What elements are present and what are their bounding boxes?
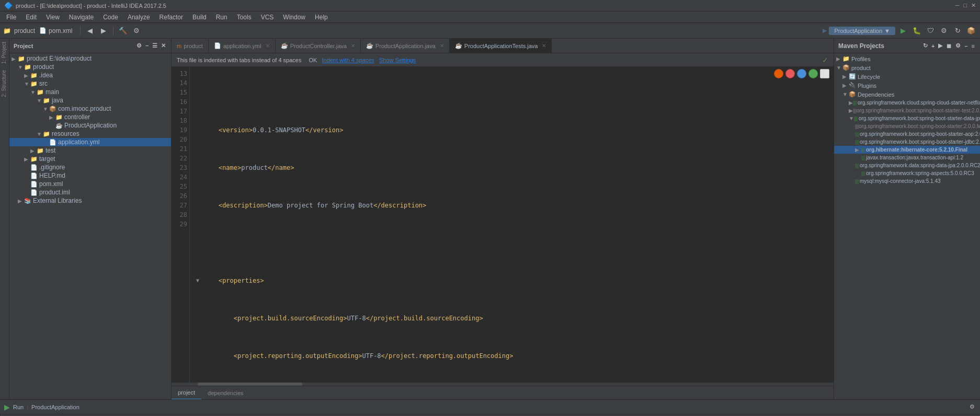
menu-vcs[interactable]: VCS (257, 13, 278, 22)
minimize-button[interactable]: ─ (955, 2, 960, 9)
browser3-icon[interactable] (797, 69, 806, 78)
maven-dep-jdbc[interactable]: ||| org.springframework.boot:spring-boot… (834, 138, 980, 146)
maven-plugins[interactable]: ▶ 🔌 Plugins (834, 81, 980, 90)
maven-collapse-icon[interactable]: – (963, 42, 968, 50)
tree-item-main[interactable]: ▼ 📁 main (9, 88, 171, 96)
tree-item-product-iml[interactable]: 📄 product.iml (9, 188, 171, 197)
firefox-icon[interactable] (774, 69, 783, 78)
maven-dep-starter-dup[interactable]: ||| org.springframework.boot:spring-boot… (834, 122, 980, 130)
menu-view[interactable]: View (42, 13, 64, 22)
menu-file[interactable]: File (2, 13, 20, 22)
maven-icon[interactable]: 📦 (965, 25, 977, 37)
tree-item-src[interactable]: ▼ 📁 src (9, 79, 171, 88)
tab-product-application[interactable]: ☕ ProductApplication.java ✕ (361, 39, 450, 53)
coverage-icon[interactable]: 🛡 (925, 25, 936, 37)
tab-close[interactable]: ✕ (440, 43, 444, 49)
maximize-button[interactable]: □ (963, 2, 967, 9)
back-icon[interactable]: ◀ (84, 25, 96, 37)
menu-navigate[interactable]: Navigate (65, 13, 98, 22)
indent-link[interactable]: Indent with 4 spaces (322, 57, 374, 63)
tab-close[interactable]: ✕ (266, 43, 270, 49)
tree-item-pom[interactable]: 📄 pom.xml (9, 180, 171, 188)
menu-code[interactable]: Code (99, 13, 122, 22)
maven-dep-eureka[interactable]: ▶ ||| org.springframework.cloud:spring-c… (834, 99, 980, 107)
tree-item-target[interactable]: ▶ 📁 target (9, 155, 171, 163)
app-dropdown[interactable]: ProductApplication ▼ (829, 27, 895, 35)
tab-close[interactable]: ✕ (351, 43, 355, 49)
maven-refresh-icon[interactable]: ↻ (922, 42, 929, 50)
run-settings-icon[interactable]: ⚙ (968, 403, 976, 410)
refresh-icon[interactable]: ↻ (952, 25, 963, 37)
close-button[interactable]: ✕ (971, 2, 976, 9)
browser4-icon[interactable] (808, 69, 818, 78)
maven-stop-icon[interactable]: ⏹ (945, 42, 953, 50)
tree-item-app-yml[interactable]: 📄 application.yml (9, 138, 171, 146)
maven-dep-aop[interactable]: ||| org.springframework.boot:spring-boot… (834, 130, 980, 138)
bottom-tab-project[interactable]: project (172, 386, 201, 400)
run-config-icon[interactable]: ⚙ (131, 25, 142, 37)
notification-close[interactable]: ✓ (822, 56, 828, 64)
tree-item-product-app[interactable]: ☕ ProductApplication (9, 121, 171, 130)
tree-item-resources[interactable]: ▼ 📁 resources (9, 130, 171, 138)
settings-link[interactable]: Show Settings (379, 57, 416, 63)
maven-profiles[interactable]: ▶ 📁 Profiles (834, 54, 980, 63)
sync-icon[interactable]: ⚙ (135, 42, 143, 50)
tab-close[interactable]: ✕ (542, 43, 546, 49)
tree-item-idea[interactable]: ▶ 📁 .idea (9, 71, 171, 79)
menu-refactor[interactable]: Refactor (155, 13, 187, 22)
maven-dep-hibernate[interactable]: ▶ ||| org.hibernate:hibernate-core:5.2.1… (834, 146, 980, 154)
tree-item-product[interactable]: ▼ 📁 product (9, 63, 171, 71)
tab-product[interactable]: m product (172, 39, 209, 53)
project-label[interactable]: 1: Project (0, 39, 9, 67)
menu-edit[interactable]: Edit (21, 13, 41, 22)
build-icon[interactable]: 🔨 (117, 25, 129, 37)
menu-analyze[interactable]: Analyze (123, 13, 154, 22)
collapse-icon[interactable]: – (144, 42, 150, 50)
maven-dep-spring-aspects[interactable]: ||| org.springframework:spring-aspects:5… (834, 169, 980, 177)
tree-item-com-imooc[interactable]: ▼ 📦 com.imooc.product (9, 105, 171, 113)
maven-more-icon[interactable]: ≡ (971, 42, 976, 50)
maven-run-icon[interactable]: ▶ (937, 42, 943, 50)
close-panel-icon[interactable]: ✕ (160, 42, 167, 50)
browser5-icon[interactable] (820, 69, 829, 78)
structure-label[interactable]: 2: Structure (0, 67, 9, 100)
arrow: ▶ (842, 74, 849, 79)
menu-help[interactable]: Help (311, 13, 332, 22)
toolbar-project-label[interactable]: product (14, 27, 35, 34)
ok-link[interactable]: OK (309, 57, 317, 63)
bottom-tab-dependencies[interactable]: dependencies (201, 386, 250, 400)
tree-item-java[interactable]: ▼ 📁 java (9, 96, 171, 105)
settings-icon[interactable]: ⚙ (938, 25, 950, 37)
tab-product-app-tests[interactable]: ☕ ProductApplicationTests.java ✕ (450, 39, 552, 53)
tree-item-external-libs[interactable]: ▶ 📚 External Libraries (9, 197, 171, 205)
tree-item-help[interactable]: 📄 HELP.md (9, 171, 171, 180)
menu-build[interactable]: Build (188, 13, 211, 22)
maven-product[interactable]: ▼ 📦 product (834, 63, 980, 72)
menu-run[interactable]: Run (212, 13, 232, 22)
maven-dep-data-jpa[interactable]: ▼ ||| org.springframework.boot:spring-bo… (834, 114, 980, 122)
maven-lifecycle[interactable]: ▶ 🔄 Lifecycle (834, 72, 980, 81)
tree-item-gitignore[interactable]: 📄 .gitignore (9, 163, 171, 171)
dropdown-arrow: ▼ (884, 28, 890, 34)
maven-dep-test[interactable]: ▶ ||| org.springframework.boot:spring-bo… (834, 107, 980, 114)
tab-product-controller[interactable]: ☕ ProductController.java ✕ (276, 39, 361, 53)
maven-dep-mysql[interactable]: ||| mysql:mysql-connector-java:5.1.43 (834, 177, 980, 185)
tree-item-controller[interactable]: ▶ 📁 controller (9, 113, 171, 121)
code-text[interactable]: <version>0.0.1-SNAPSHOT</version> <name>… (190, 67, 834, 383)
debug-icon[interactable]: 🐛 (911, 25, 922, 37)
settings-panel-icon[interactable]: ☰ (151, 42, 158, 50)
maven-dep-transaction[interactable]: ||| javax.transaction:javax.transaction-… (834, 154, 980, 161)
maven-add-icon[interactable]: + (930, 42, 936, 50)
toolbar-pom-label[interactable]: pom.xml (49, 27, 72, 34)
tree-item-test[interactable]: ▶ 📁 test (9, 146, 171, 155)
tree-item-product-root[interactable]: ▶ 📁 product E:\idea\product (9, 54, 171, 63)
maven-dep-spring-data-jpa[interactable]: ||| org.springframework.data:spring-data… (834, 161, 980, 169)
forward-icon[interactable]: ▶ (98, 25, 109, 37)
maven-settings-icon[interactable]: ⚙ (954, 42, 962, 50)
menu-tools[interactable]: Tools (233, 13, 256, 22)
menu-window[interactable]: Window (279, 13, 310, 22)
tab-application-yml[interactable]: 📄 application.yml ✕ (209, 39, 276, 53)
maven-dependencies[interactable]: ▼ 📦 Dependencies (834, 90, 980, 99)
play-button[interactable]: ▶ (897, 25, 909, 37)
browser2-icon[interactable] (785, 69, 795, 78)
